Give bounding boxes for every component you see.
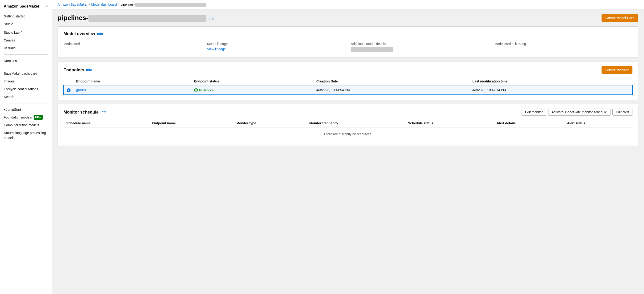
sidebar-item-domains[interactable]: Domains — [0, 57, 52, 65]
monitor-col-schedule-status: Schedule status — [405, 120, 494, 127]
page-title: pipelines- — [58, 14, 206, 22]
monitor-schedule-header-row: Schedule name Endpoint name Monitor type… — [64, 120, 632, 127]
sidebar-item-rstudio[interactable]: RStudio — [0, 44, 52, 52]
monitor-empty-row: There are currently no resources. — [64, 127, 632, 141]
endpoint-creation-date-cell: 4/3/2023, 10:44:54 PM — [314, 85, 470, 95]
sidebar-divider-2 — [4, 67, 48, 67]
monitor-col-monitor-type: Monitor type — [234, 120, 306, 127]
jumpstart-arrow-icon: ▾ — [4, 108, 5, 111]
additional-model-details-label: Additional model details — [351, 42, 489, 46]
endpoints-col-modified: Last modification time — [470, 78, 632, 85]
model-lineage-label: Model lineage — [207, 42, 345, 46]
endpoints-col-status: Endpoint status — [191, 78, 314, 85]
view-lineage-link[interactable]: View lineage — [207, 47, 226, 51]
additional-details-redacted-bar — [351, 47, 393, 52]
endpoints-card: Endpoints Info Create Monitor Endpoint n… — [58, 61, 638, 100]
edit-alert-button[interactable]: Edit alert — [612, 109, 632, 116]
additional-model-details-col: Additional model details — [351, 42, 489, 52]
model-lineage-value: View lineage — [207, 47, 345, 51]
sidebar-item-studio[interactable]: Studio — [0, 20, 52, 28]
monitor-actions: Edit monitor Activate/ Deactivate monito… — [522, 109, 632, 116]
endpoints-col-name: Endpoint name — [73, 78, 191, 85]
endpoints-col-creation: Creation Date — [314, 78, 470, 85]
sidebar-item-nlp-models[interactable]: Natural language processing models — [0, 129, 52, 142]
monitor-col-alert-status: Alert status — [564, 120, 632, 127]
model-card-value: - — [64, 47, 202, 51]
page-info-link[interactable]: Info — [209, 17, 214, 21]
sidebar-divider-1 — [4, 54, 48, 55]
endpoint-status-cell: ✓ In Service — [191, 85, 314, 95]
radio-button[interactable] — [67, 88, 70, 92]
model-overview-card: Model overview Info Model card - Model l… — [58, 26, 638, 57]
monitor-schedule-title: Monitor schedule Info — [64, 110, 107, 115]
new-badge: NEW — [34, 115, 43, 120]
endpoint-name-cell: group1 — [73, 85, 191, 95]
model-card-risk-rating-label: Model card risk rating — [494, 42, 632, 46]
monitor-schedule-table: Schedule name Endpoint name Monitor type… — [64, 120, 632, 141]
endpoints-table-header-row: Endpoint name Endpoint status Creation D… — [64, 78, 632, 85]
sidebar-header: Amazon SageMaker × — [0, 4, 52, 12]
topbar: Amazon SageMaker › Model dashboard › pip… — [52, 0, 644, 9]
sidebar-item-computer-vision-models[interactable]: Computer vision models — [0, 121, 52, 129]
monitor-schedule-info-link[interactable]: Info — [100, 110, 107, 114]
content-area: pipelines- Info Create Model Card Model … — [52, 9, 644, 294]
sidebar-close-button[interactable]: × — [45, 4, 48, 9]
breadcrumb-current: pipelines- — [120, 2, 206, 6]
endpoint-status: ✓ In Service — [194, 88, 214, 92]
monitor-col-frequency: Monitor frequency — [306, 120, 405, 127]
monitor-schedule-header: Monitor schedule Info Edit monitor Activ… — [64, 109, 632, 116]
endpoint-row-radio[interactable] — [64, 85, 73, 95]
page-title-redacted-bar — [88, 15, 206, 22]
breadcrumb-sep-2: › — [118, 3, 119, 6]
model-card-risk-rating-col: Model card risk rating - — [494, 42, 632, 52]
breadcrumb-sep-1: › — [89, 3, 90, 6]
sidebar-item-lifecycle-configurations[interactable]: Lifecycle configurations — [0, 85, 52, 93]
page-title-left: pipelines- Info — [58, 14, 214, 22]
sidebar-title: Amazon SageMaker — [4, 4, 40, 8]
monitor-empty-message: There are currently no resources. — [64, 127, 632, 141]
endpoints-title: Endpoints Info — [64, 68, 92, 73]
endpoints-col-select — [64, 78, 73, 85]
endpoint-last-modified-cell: 4/3/2023, 10:47:14 PM — [470, 85, 632, 95]
sidebar-item-sagemaker-dashboard[interactable]: SageMaker dashboard — [0, 70, 52, 78]
radio-button-inner — [68, 90, 69, 91]
sidebar-item-getting-started[interactable]: Getting started — [0, 12, 52, 20]
edit-monitor-button[interactable]: Edit monitor — [522, 109, 546, 116]
monitor-schedule-card: Monitor schedule Info Edit monitor Activ… — [58, 104, 638, 146]
endpoint-name-link[interactable]: group1 — [76, 88, 86, 92]
model-overview-grid: Model card - Model lineage View lineage … — [64, 40, 632, 52]
monitor-col-alert-details: Alert details — [494, 120, 564, 127]
model-card-col: Model card - — [64, 42, 202, 52]
create-monitor-button[interactable]: Create Monitor — [602, 66, 632, 74]
sidebar-item-jumpstart[interactable]: ▾ JumpStart — [0, 106, 52, 114]
external-link-icon: ↗ — [20, 30, 23, 33]
create-model-card-button[interactable]: Create Model Card — [602, 14, 638, 22]
model-card-risk-rating-value: - — [494, 47, 632, 51]
endpoints-header: Endpoints Info Create Monitor — [64, 66, 632, 74]
endpoints-info-link[interactable]: Info — [86, 68, 92, 72]
sidebar-item-studio-lab[interactable]: Studio Lab ↗ — [0, 28, 52, 36]
main-content: Amazon SageMaker › Model dashboard › pip… — [52, 0, 644, 294]
breadcrumb-model-dashboard[interactable]: Model dashboard — [91, 2, 117, 6]
endpoints-table: Endpoint name Endpoint status Creation D… — [64, 78, 632, 95]
page-title-row: pipelines- Info Create Model Card — [58, 14, 638, 22]
sidebar-item-images[interactable]: Images — [0, 78, 52, 85]
activate-deactivate-button[interactable]: Activate/ Deactivate monitor schedule — [548, 109, 610, 116]
sidebar: Amazon SageMaker × Getting started Studi… — [0, 0, 52, 294]
model-overview-info-link[interactable]: Info — [97, 32, 103, 36]
breadcrumb-sagemaker[interactable]: Amazon SageMaker — [58, 2, 88, 6]
sidebar-item-foundation-models[interactable]: Foundation models NEW — [0, 114, 52, 121]
monitor-col-endpoint-name: Endpoint name — [149, 120, 234, 127]
model-overview-header: Model overview Info — [64, 31, 632, 36]
monitor-col-schedule-name: Schedule name — [64, 120, 149, 127]
table-row[interactable]: group1 ✓ In Service 4/3/2023, 10:44:54 P… — [64, 85, 632, 95]
breadcrumb-redacted-bar — [135, 3, 206, 6]
breadcrumb: Amazon SageMaker › Model dashboard › pip… — [58, 2, 206, 6]
sidebar-divider-3 — [4, 103, 48, 103]
model-card-label: Model card — [64, 42, 202, 46]
model-overview-title: Model overview Info — [64, 31, 103, 36]
sidebar-item-search[interactable]: Search — [0, 93, 52, 101]
status-checkmark-icon: ✓ — [194, 88, 198, 92]
model-lineage-col: Model lineage View lineage — [207, 42, 345, 52]
sidebar-item-canvas[interactable]: Canvas — [0, 36, 52, 44]
